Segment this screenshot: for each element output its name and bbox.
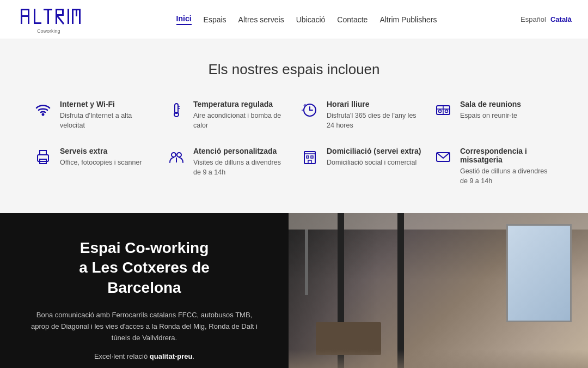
svg-rect-10 [56, 14, 62, 16]
feature-wifi-text: Internet y Wi-Fi Disfruta d'Internet a a… [60, 100, 155, 130]
feature-building: Domiciliació (servei extra) Domiciliació… [299, 147, 422, 186]
svg-rect-13 [68, 9, 69, 24]
feature-clock-text: Horari lliure Disfruta'l 365 dies de l'a… [327, 100, 422, 130]
language-switcher: Español Català [520, 15, 572, 23]
lang-catala[interactable]: Català [550, 15, 572, 23]
svg-rect-9 [56, 9, 62, 10]
svg-rect-11 [62, 9, 64, 16]
svg-rect-14 [72, 9, 74, 24]
features-title: Els nostres espais inclouen [33, 61, 555, 78]
feature-mail-text: Correspondencia i missatgeria Gestió de … [460, 147, 555, 186]
feature-temperature-text: Temperatura regulada Aire acondicionat i… [193, 100, 289, 130]
printer-icon [33, 147, 53, 167]
feature-mail: Correspondencia i missatgeria Gestió de … [433, 147, 555, 186]
feature-person-text: Atenció personalitzada Visites de dillun… [193, 147, 289, 177]
features-grid: Internet y Wi-Fi Disfruta d'Internet a a… [33, 100, 555, 186]
hero-section: Espai Co-workinga Les Cotxeres deBarcelo… [0, 213, 588, 368]
person-icon [166, 147, 187, 167]
feature-wifi: Internet y Wi-Fi Disfruta d'Internet a a… [33, 100, 155, 130]
feature-clock: Horari lliure Disfruta'l 365 dies de l'a… [299, 100, 422, 130]
feature-meeting: Sala de reunions Espais on reunir-te [433, 100, 555, 130]
feature-printer-text: Serveis extra Office, fotocopies i scann… [60, 147, 142, 168]
feature-temperature: Temperatura regulada Aire acondicionat i… [166, 100, 289, 130]
svg-rect-16 [79, 9, 81, 24]
meeting-icon [433, 100, 454, 120]
nav-espais[interactable]: Espais [204, 15, 226, 24]
svg-rect-3 [21, 15, 29, 17]
nav-contacte[interactable]: Contacte [337, 15, 367, 24]
feature-printer: Serveis extra Office, fotocopies i scann… [33, 147, 155, 186]
svg-rect-4 [34, 9, 35, 24]
hero-title: Espai Co-workinga Les Cotxeres deBarcelo… [27, 238, 261, 298]
temperature-icon [166, 100, 187, 120]
main-nav: Inici Espais Altres serveis Ubicació Con… [176, 14, 437, 25]
feature-meeting-text: Sala de reunions Espais on reunir-te [460, 100, 521, 121]
svg-point-36 [171, 153, 176, 157]
nav-publishers[interactable]: Altrim Publishers [379, 15, 437, 24]
svg-point-28 [439, 110, 442, 113]
nav-inici[interactable]: Inici [176, 14, 192, 25]
nav-altres-serveis[interactable]: Altres serveis [238, 15, 284, 24]
nav-ubicacio[interactable]: Ubicació [296, 15, 326, 24]
feature-person: Atenció personalitzada Visites de dillun… [166, 147, 289, 186]
logo-area: Coworking [16, 4, 93, 34]
clock-icon [299, 100, 320, 120]
hero-interior-photo [289, 213, 588, 368]
site-logo: Coworking [16, 4, 93, 34]
svg-line-12 [57, 16, 64, 24]
hero-quality: Excel·lent relació qualitat-preu. [27, 351, 261, 363]
hero-description: Bona comunicació amb Ferrocarrils catala… [27, 310, 261, 343]
building-icon [299, 147, 320, 167]
lang-espanol[interactable]: Español [520, 15, 546, 23]
svg-rect-40 [307, 156, 309, 158]
wifi-icon [33, 100, 53, 120]
feature-building-text: Domiciliació (servei extra) Domiciliació… [327, 147, 421, 168]
svg-rect-41 [311, 156, 313, 158]
svg-text:Coworking: Coworking [37, 28, 60, 34]
svg-point-19 [42, 114, 44, 116]
site-header: Coworking Inici Espais Altres serveis Ub… [0, 0, 588, 39]
svg-point-29 [445, 110, 448, 113]
hero-text-panel: Espai Co-workinga Les Cotxeres deBarcelo… [0, 213, 289, 368]
svg-rect-17 [76, 9, 77, 16]
svg-rect-5 [34, 22, 41, 24]
features-section: Els nostres espais inclouen Internet y W… [0, 39, 588, 213]
svg-rect-7 [47, 9, 49, 24]
mail-icon [433, 147, 454, 167]
svg-rect-33 [40, 150, 46, 155]
hero-image-panel [289, 213, 588, 368]
svg-point-37 [177, 153, 181, 157]
